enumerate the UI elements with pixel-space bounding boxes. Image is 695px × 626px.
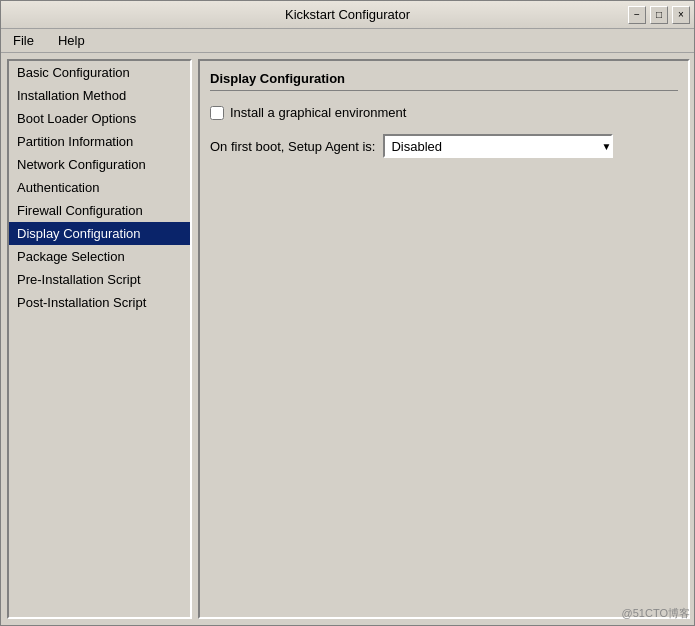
watermark: @51CTO博客	[622, 606, 690, 621]
maximize-button[interactable]: □	[650, 6, 668, 24]
sidebar-item-pre-installation-script[interactable]: Pre-Installation Script	[9, 268, 190, 291]
sidebar-item-network-configuration[interactable]: Network Configuration	[9, 153, 190, 176]
setup-agent-row: On first boot, Setup Agent is: Disabled …	[210, 134, 678, 158]
minimize-button[interactable]: −	[628, 6, 646, 24]
setup-agent-select[interactable]: Disabled Enabled Enabled once	[383, 134, 613, 158]
application-window: Kickstart Configurator − □ × File Help B…	[1, 1, 695, 625]
install-graphical-env-row: Install a graphical environment	[210, 105, 678, 120]
sidebar-item-display-configuration[interactable]: Display Configuration	[9, 222, 190, 245]
sidebar-item-installation-method[interactable]: Installation Method	[9, 84, 190, 107]
sidebar-item-package-selection[interactable]: Package Selection	[9, 245, 190, 268]
menu-bar: File Help	[1, 29, 695, 53]
sidebar-item-basic-configuration[interactable]: Basic Configuration	[9, 61, 190, 84]
install-graphical-env-checkbox[interactable]	[210, 106, 224, 120]
setup-agent-select-wrapper: Disabled Enabled Enabled once ▼	[383, 134, 613, 158]
sidebar-item-boot-loader-options[interactable]: Boot Loader Options	[9, 107, 190, 130]
sidebar: Basic Configuration Installation Method …	[7, 59, 192, 619]
sidebar-item-post-installation-script[interactable]: Post-Installation Script	[9, 291, 190, 314]
sidebar-item-authentication[interactable]: Authentication	[9, 176, 190, 199]
section-title: Display Configuration	[210, 71, 678, 91]
title-bar: Kickstart Configurator − □ ×	[1, 1, 695, 29]
main-area: Basic Configuration Installation Method …	[1, 53, 695, 625]
close-button[interactable]: ×	[672, 6, 690, 24]
install-graphical-env-label[interactable]: Install a graphical environment	[210, 105, 406, 120]
content-area: Display Configuration Install a graphica…	[198, 59, 690, 619]
sidebar-item-partition-information[interactable]: Partition Information	[9, 130, 190, 153]
setup-agent-label: On first boot, Setup Agent is:	[210, 139, 375, 154]
install-graphical-env-text: Install a graphical environment	[230, 105, 406, 120]
window-controls: − □ ×	[628, 6, 690, 24]
sidebar-item-firewall-configuration[interactable]: Firewall Configuration	[9, 199, 190, 222]
window-title: Kickstart Configurator	[67, 7, 628, 22]
menu-file[interactable]: File	[5, 31, 42, 50]
menu-help[interactable]: Help	[50, 31, 93, 50]
